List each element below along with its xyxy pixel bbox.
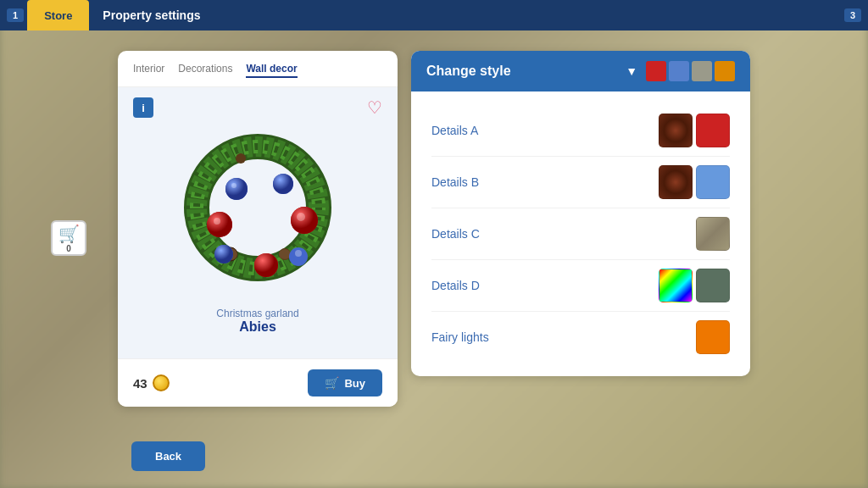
detail-d-swatch-rainbow[interactable] <box>659 269 693 302</box>
style-header: Change style ▼ <box>411 51 750 92</box>
badge-left: 1 <box>7 8 24 22</box>
coin-icon <box>153 374 170 391</box>
top-bar: 1 Store Property settings 3 <box>0 0 868 30</box>
svg-point-15 <box>254 253 278 277</box>
style-card: Change style ▼ Details A Details B <box>411 51 750 376</box>
price-area: 43 <box>133 374 170 391</box>
svg-point-13 <box>207 212 232 237</box>
item-subtitle: Christmas garland <box>133 308 382 319</box>
store-tab[interactable]: Store <box>27 0 89 30</box>
detail-a-label: Details A <box>431 124 659 137</box>
detail-fairy-swatch-1[interactable] <box>696 320 730 354</box>
svg-point-9 <box>236 153 246 164</box>
header-swatches <box>646 61 735 81</box>
nav-decorations[interactable]: Decorations <box>178 63 232 78</box>
header-swatch-gray[interactable] <box>692 61 712 81</box>
cart-button[interactable]: 🛒 0 <box>51 220 86 256</box>
svg-point-26 <box>214 218 220 225</box>
back-button[interactable]: Back <box>131 441 205 471</box>
svg-point-19 <box>273 174 293 194</box>
detail-row-fairy: Fairy lights <box>431 312 730 363</box>
detail-fairy-label: Fairy lights <box>431 330 696 344</box>
nav-interior[interactable]: Interior <box>133 63 164 78</box>
card-nav: Interior Decorations Wall decor <box>118 51 398 87</box>
page-title: Property settings <box>103 8 844 22</box>
card-body: i ♡ <box>118 87 398 358</box>
svg-point-17 <box>225 178 248 200</box>
change-style-label: Change style <box>426 64 617 79</box>
price-value: 43 <box>133 376 147 391</box>
detail-c-swatch-1[interactable] <box>696 217 730 251</box>
detail-a-swatches <box>659 114 730 147</box>
nav-wall-decor[interactable]: Wall decor <box>246 63 297 78</box>
buy-cart-icon: 🛒 <box>325 376 339 390</box>
favorite-button[interactable]: ♡ <box>367 97 382 118</box>
style-body: Details A Details B Details C <box>411 92 750 376</box>
item-image <box>133 97 382 301</box>
item-title: Abies <box>133 319 382 335</box>
item-card: Interior Decorations Wall decor i ♡ <box>118 51 398 407</box>
detail-a-swatch-2[interactable] <box>696 114 730 147</box>
detail-row-a: Details A <box>431 105 730 157</box>
header-swatch-blue[interactable] <box>669 61 689 81</box>
header-swatch-orange[interactable] <box>715 61 735 81</box>
buy-button[interactable]: 🛒 Buy <box>308 369 382 396</box>
detail-d-label: Details D <box>431 279 659 292</box>
buy-label: Buy <box>344 377 365 390</box>
info-button[interactable]: i <box>133 97 153 118</box>
svg-point-25 <box>297 213 305 221</box>
detail-b-label: Details B <box>431 175 659 189</box>
chevron-down-icon[interactable]: ▼ <box>626 64 637 78</box>
detail-row-d: Details D <box>431 260 730 312</box>
cart-icon: 🛒 <box>58 224 80 244</box>
detail-b-swatches <box>659 165 730 199</box>
detail-a-swatch-1[interactable] <box>659 114 693 147</box>
cart-floating: 🛒 0 <box>51 220 86 256</box>
detail-row-b: Details B <box>431 157 730 208</box>
detail-row-c: Details C <box>431 208 730 260</box>
main-content: Interior Decorations Wall decor i ♡ <box>0 30 868 488</box>
svg-point-24 <box>231 183 236 188</box>
svg-point-23 <box>295 250 302 257</box>
detail-c-swatches <box>696 217 730 251</box>
badge-right: 3 <box>844 8 861 22</box>
detail-d-swatch-2[interactable] <box>696 269 730 302</box>
svg-point-21 <box>214 245 233 263</box>
detail-c-label: Details C <box>431 227 696 241</box>
detail-b-swatch-2[interactable] <box>696 165 730 199</box>
detail-b-swatch-1[interactable] <box>659 165 693 199</box>
header-swatch-red[interactable] <box>646 61 666 81</box>
card-footer: 43 🛒 Buy <box>118 358 398 407</box>
svg-point-11 <box>291 207 318 234</box>
cart-count: 0 <box>66 244 71 253</box>
svg-point-8 <box>279 249 291 259</box>
detail-fairy-swatches <box>696 320 730 354</box>
detail-d-swatches <box>659 269 730 302</box>
wreath-svg <box>173 123 342 292</box>
